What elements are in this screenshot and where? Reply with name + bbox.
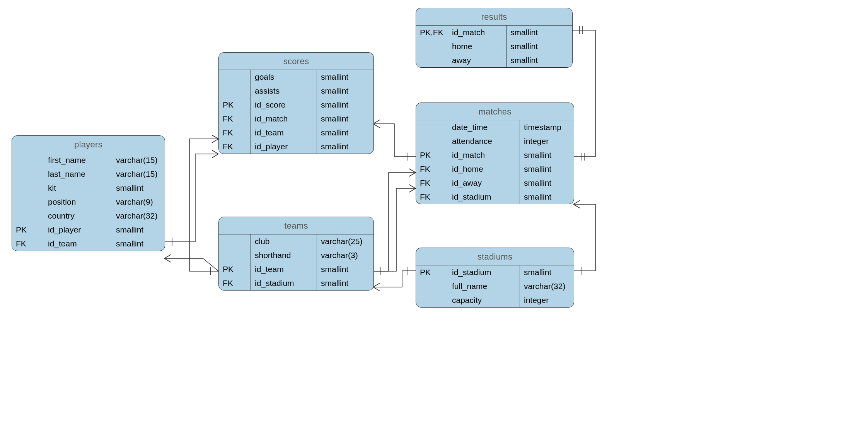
col-type: smallint — [112, 223, 165, 237]
col-type: varchar(32) — [112, 209, 165, 223]
col-name: id_score — [251, 98, 317, 112]
col-name: id_match — [448, 26, 506, 39]
table-row: FKid_teamsmallint — [219, 126, 373, 140]
col-key: PK — [219, 262, 251, 276]
entity-players: playersfirst_namevarchar(15)last_namevar… — [12, 135, 165, 251]
table-row: FKid_matchsmallint — [219, 112, 373, 126]
col-name: goals — [251, 70, 317, 84]
entity-title: stadiums — [416, 248, 574, 265]
columns-table: goalssmallintassistssmallintPKid_scoresm… — [219, 70, 373, 154]
col-name: id_match — [448, 148, 520, 162]
col-type: smallint — [112, 181, 165, 195]
table-row: goalssmallint — [219, 70, 373, 84]
col-key — [416, 39, 448, 53]
col-type: smallint — [520, 176, 574, 190]
col-key: FK — [219, 276, 251, 290]
col-type: varchar(32) — [520, 279, 574, 293]
table-row: FKid_teamsmallint — [12, 237, 165, 251]
table-row: shorthandvarchar(3) — [219, 248, 373, 262]
col-type: smallint — [112, 237, 165, 251]
col-key: PK — [416, 265, 448, 279]
col-type: integer — [520, 134, 574, 148]
col-type: varchar(15) — [112, 167, 165, 181]
table-row: last_namevarchar(15) — [12, 167, 165, 181]
entity-stadiums: stadiumsPKid_stadiumsmallintfull_namevar… — [416, 248, 574, 308]
col-type: smallint — [317, 84, 374, 98]
entity-results: resultsPK,FKid_matchsmallinthomesmallint… — [416, 8, 573, 68]
col-name: capacity — [448, 293, 520, 307]
col-name: date_time — [448, 120, 520, 134]
columns-table: date_timetimestampattendanceintegerPKid_… — [416, 120, 574, 204]
col-type: varchar(15) — [112, 153, 165, 167]
entity-title: players — [12, 136, 165, 153]
col-name: away — [448, 53, 506, 67]
table-row: FKid_homesmallint — [416, 162, 574, 176]
table-row: FKid_awaysmallint — [416, 176, 574, 190]
col-type: smallint — [317, 98, 374, 112]
table-row: PKid_matchsmallint — [416, 148, 574, 162]
col-type: integer — [520, 293, 574, 307]
col-key — [12, 153, 44, 167]
col-key: FK — [416, 176, 448, 190]
table-row: clubvarchar(25) — [219, 234, 373, 248]
col-key: PK — [219, 98, 251, 112]
entity-title: matches — [416, 103, 574, 120]
entity-title: scores — [219, 53, 373, 70]
col-type: smallint — [506, 39, 573, 53]
col-name: id_team — [44, 237, 112, 251]
col-type: smallint — [520, 265, 574, 279]
table-row: date_timetimestamp — [416, 120, 574, 134]
entity-title: results — [416, 8, 572, 26]
col-type: smallint — [520, 190, 574, 204]
entity-teams: teamsclubvarchar(25)shorthandvarchar(3)P… — [218, 217, 374, 291]
col-name: home — [448, 39, 506, 53]
col-key — [12, 181, 44, 195]
col-name: id_player — [251, 140, 317, 154]
col-type: smallint — [317, 262, 374, 276]
col-name: assists — [251, 84, 317, 98]
col-key: FK — [219, 112, 251, 126]
table-row: countryvarchar(32) — [12, 209, 165, 223]
columns-table: PKid_stadiumsmallintfull_namevarchar(32)… — [416, 265, 574, 307]
table-row: FKid_stadiumsmallint — [416, 190, 574, 204]
col-key — [416, 134, 448, 148]
table-row: FKid_playersmallint — [219, 140, 373, 154]
table-row: PKid_teamsmallint — [219, 262, 373, 276]
table-row: assistssmallint — [219, 84, 373, 98]
col-key — [12, 195, 44, 209]
col-key — [416, 279, 448, 293]
col-key — [219, 234, 251, 248]
table-row: PKid_scoresmallint — [219, 98, 373, 112]
table-row: FKid_stadiumsmallint — [219, 276, 373, 290]
col-type: smallint — [317, 140, 374, 154]
col-key: PK — [416, 148, 448, 162]
col-key — [416, 120, 448, 134]
col-name: country — [44, 209, 112, 223]
col-key — [12, 167, 44, 181]
col-key: PK — [12, 223, 44, 237]
col-type: smallint — [317, 112, 374, 126]
col-name: id_stadium — [448, 265, 520, 279]
table-row: kitsmallint — [12, 181, 165, 195]
col-name: id_stadium — [251, 276, 317, 290]
col-type: smallint — [317, 70, 374, 84]
table-row: capacityinteger — [416, 293, 574, 307]
col-key — [219, 248, 251, 262]
columns-table: clubvarchar(25)shorthandvarchar(3)PKid_t… — [219, 234, 373, 290]
col-name: id_player — [44, 223, 112, 237]
col-type: varchar(3) — [317, 248, 374, 262]
col-name: id_stadium — [448, 190, 520, 204]
entity-scores: scoresgoalssmallintassistssmallintPKid_s… — [218, 52, 374, 154]
table-row: first_namevarchar(15) — [12, 153, 165, 167]
col-type: smallint — [520, 148, 574, 162]
col-name: id_team — [251, 262, 317, 276]
col-name: last_name — [44, 167, 112, 181]
table-row: positionvarchar(9) — [12, 195, 165, 209]
col-key: FK — [416, 162, 448, 176]
erd-canvas: playersfirst_namevarchar(15)last_namevar… — [0, 0, 868, 424]
col-name: shorthand — [251, 248, 317, 262]
col-key — [219, 84, 251, 98]
col-type: smallint — [520, 162, 574, 176]
table-row: homesmallint — [416, 39, 572, 53]
col-key: PK,FK — [416, 26, 448, 39]
